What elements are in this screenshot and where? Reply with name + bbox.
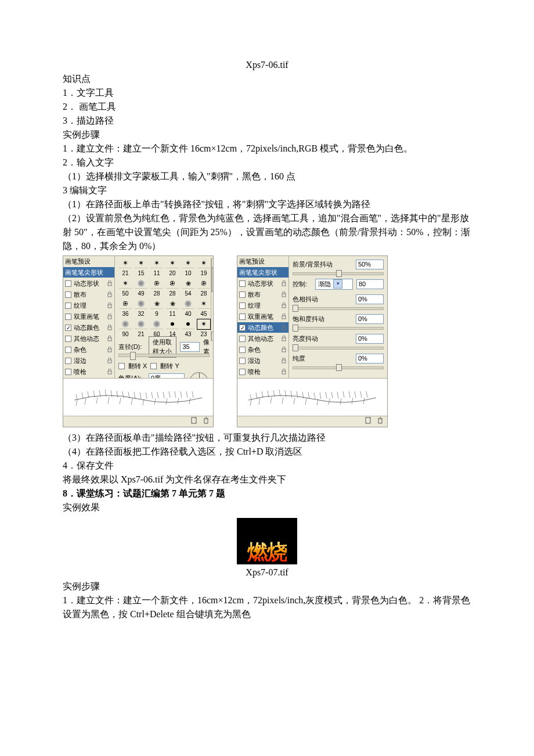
brush-option-散布[interactable]: 散布 (63, 289, 114, 300)
option-checkbox[interactable] (239, 336, 246, 342)
option-label: 画笔笔尖形状 (65, 268, 103, 278)
option-checkbox[interactable] (65, 314, 71, 320)
option-checkbox[interactable] (65, 280, 71, 287)
scroll-down-button[interactable]: ▼ (211, 332, 213, 341)
svg-line-62 (291, 391, 292, 398)
brush-option-纹理[interactable]: 纹理 (63, 300, 114, 311)
option-checkbox[interactable] (239, 325, 246, 331)
option-checkbox[interactable] (65, 291, 71, 298)
brush-option-双重画笔[interactable]: 双重画笔 (237, 311, 288, 322)
brush-option-其他动态[interactable]: 其他动态 (237, 333, 288, 344)
brush-tip-43[interactable]: 43 (181, 319, 195, 339)
svg-line-76 (250, 400, 251, 406)
hue-jitter-input[interactable]: 0% (356, 294, 384, 304)
option-checkbox[interactable] (239, 358, 246, 364)
option-checkbox[interactable] (65, 358, 71, 364)
brightness-jitter-input[interactable]: 0% (356, 334, 384, 344)
hue-jitter-slider[interactable] (293, 305, 384, 311)
brush-tip-32[interactable]: 32 (134, 299, 148, 318)
svg-line-71 (343, 391, 344, 398)
diameter-input[interactable]: 35 (180, 342, 199, 352)
fgbg-jitter-slider[interactable] (293, 270, 384, 276)
brush-option-动态形状[interactable]: 动态形状 (63, 278, 114, 289)
brush-tip-28[interactable]: ֍28 (197, 279, 211, 298)
brush-option-湿边[interactable]: 湿边 (63, 355, 114, 366)
option-checkbox[interactable] (239, 291, 246, 298)
brush-option-动态颜色[interactable]: 动态颜色 (237, 322, 288, 333)
brush-tip-36[interactable]: ֍36 (118, 299, 132, 318)
brush-option-画笔预设[interactable]: 画笔预设 (63, 256, 114, 267)
diameter-slider[interactable] (118, 354, 210, 357)
brush-tip-40[interactable]: 40 (181, 299, 195, 318)
brush-tip-49[interactable]: 49 (134, 279, 148, 298)
brush-tip-28[interactable]: ֍28 (165, 279, 179, 298)
option-checkbox[interactable] (65, 369, 71, 375)
brush-tip-23[interactable]: ✶23 (197, 319, 211, 339)
svg-line-84 (340, 398, 341, 405)
brush-option-其他动态[interactable]: 其他动态 (63, 333, 114, 344)
brush-option-杂色[interactable]: 杂色 (63, 344, 114, 355)
brightness-jitter-slider[interactable] (293, 344, 384, 350)
brush-tip-11[interactable]: ❀11 (165, 299, 179, 318)
brush-tip-15[interactable]: ✶15 (134, 258, 148, 278)
trash-icon[interactable] (377, 417, 384, 427)
brush-tip-54[interactable]: ❀54 (181, 279, 195, 298)
flip-x-checkbox[interactable] (118, 363, 125, 369)
brush-option-喷枪[interactable]: 喷枪 (63, 366, 114, 377)
purity-slider[interactable] (293, 364, 384, 370)
brush-tip-11[interactable]: ✶11 (150, 258, 164, 278)
lock-icon (281, 325, 287, 330)
option-label: 其他动态 (74, 334, 99, 344)
new-icon[interactable] (365, 417, 372, 427)
option-checkbox[interactable] (239, 369, 246, 375)
brush-option-喷枪[interactable]: 喷枪 (237, 366, 288, 377)
option-checkbox[interactable] (239, 347, 246, 353)
brush-option-画笔笔尖形状[interactable]: 画笔笔尖形状 (237, 267, 288, 278)
fgbg-jitter-input[interactable]: 50% (356, 260, 384, 269)
brush-option-湿边[interactable]: 湿边 (237, 355, 288, 366)
brush-tip-20[interactable]: ✶20 (165, 258, 179, 278)
control-steps-input[interactable]: 80 (356, 279, 384, 289)
brush-tip-50[interactable]: ✶50 (118, 279, 132, 298)
brush-tip-90[interactable]: 90 (118, 319, 132, 339)
option-checkbox[interactable] (65, 303, 71, 309)
flip-y-checkbox[interactable] (150, 363, 157, 369)
option-checkbox[interactable] (239, 280, 246, 287)
tips-scrollbar[interactable]: ▲ ▼ (211, 258, 213, 341)
step-2-1: （1）选择横排文字蒙板工具，输入"刺猬"，黑色，160 点 (63, 170, 471, 183)
angle-input[interactable]: 0度 (149, 373, 185, 379)
brush-option-画笔笔尖形状[interactable]: 画笔笔尖形状 (63, 267, 114, 278)
scroll-up-button[interactable]: ▲ (211, 258, 213, 268)
new-icon[interactable] (191, 417, 198, 427)
brush-option-画笔预设[interactable]: 画笔预设 (237, 256, 288, 267)
brush-tip-19[interactable]: ✶19 (197, 258, 211, 278)
brush-tip-28[interactable]: ֍28 (150, 279, 164, 298)
brush-option-散布[interactable]: 散布 (237, 289, 288, 300)
purity-input[interactable]: 0% (356, 354, 384, 363)
saturation-jitter-input[interactable]: 0% (356, 314, 384, 324)
brush-tip-21[interactable]: 21 (134, 319, 148, 339)
angle-widget[interactable] (188, 372, 210, 378)
option-checkbox[interactable] (65, 336, 71, 342)
brush-option-动态形状[interactable]: 动态形状 (237, 278, 288, 289)
brush-tip-21[interactable]: ✶21 (118, 258, 132, 278)
option-checkbox[interactable] (239, 314, 246, 320)
trash-icon[interactable] (203, 417, 210, 427)
option-checkbox[interactable] (65, 325, 71, 331)
brush-option-杂色[interactable]: 杂色 (237, 344, 288, 355)
svg-rect-4 (108, 327, 111, 330)
brush-option-双重画笔[interactable]: 双重画笔 (63, 311, 114, 322)
control-dropdown[interactable]: 渐隐 ▾ (315, 279, 353, 290)
scroll-thumb[interactable] (211, 268, 213, 292)
brush-tips-grid[interactable]: ✶21✶15✶11✶20✶10✶19✶5049֍28֍28❀54֍28֍3632… (118, 258, 211, 339)
option-checkbox[interactable] (65, 347, 71, 353)
exercise-8-step-1: 1．建立文件：建立一个新文件，16cm×12cm，72pixels/inch,灰… (63, 593, 471, 621)
brush-tip-9[interactable]: ❀9 (150, 299, 164, 318)
brush-option-纹理[interactable]: 纹理 (237, 300, 288, 311)
brush-tip-10[interactable]: ✶10 (181, 258, 195, 278)
svg-line-74 (360, 391, 362, 398)
saturation-jitter-slider[interactable] (293, 325, 384, 330)
brush-tip-45[interactable]: ✶45 (197, 299, 211, 318)
brush-option-动态颜色[interactable]: 动态颜色 (63, 322, 114, 333)
option-checkbox[interactable] (239, 303, 246, 309)
